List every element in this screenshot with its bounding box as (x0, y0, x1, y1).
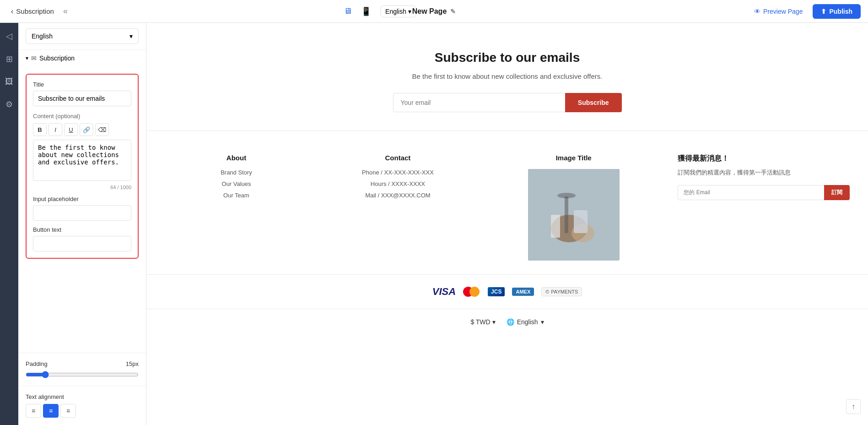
chevron-down-icon: ▾ (541, 318, 544, 326)
desktop-device-button[interactable]: 🖥 (342, 5, 354, 18)
chevron-down-icon: ▾ (26, 55, 28, 61)
subscribe-title: Subscribe to our emails (165, 50, 850, 65)
subscription-icon: ✉ (31, 54, 37, 62)
footer-contact-title: Contact (326, 154, 469, 162)
sidebar-back-icon[interactable]: ◁ (3, 28, 15, 44)
mastercard-icon (463, 286, 480, 297)
language-select[interactable]: English ▾ (380, 5, 416, 17)
chevron-down-icon: ▾ (129, 33, 133, 40)
newsletter-email-input[interactable] (678, 185, 824, 200)
footer-image-col: Image Title (488, 154, 660, 261)
language-dropdown[interactable]: English ▾ (26, 28, 139, 44)
left-panel: English ▾ ▾ ✉ Subscription Title Content… (18, 23, 146, 425)
padding-value: 15px (126, 360, 139, 367)
footer-mail-link[interactable]: Mail / XXX@XXXX.COM (365, 192, 431, 199)
footer-about-title: About (165, 154, 308, 162)
subscribe-section: Subscribe to our emails Be the first to … (146, 23, 868, 131)
subscription-nav-item[interactable]: ▾ ✉ Subscription (18, 50, 146, 66)
content-textarea[interactable]: Be the first to know about new collectio… (33, 140, 131, 181)
payments-label: PAYMENTS (551, 289, 578, 294)
email-input[interactable] (393, 93, 565, 112)
subscription-label: Subscription (39, 54, 75, 62)
link-button[interactable]: 🔗 (80, 123, 93, 136)
edit-icon[interactable]: ✎ (450, 8, 456, 15)
topbar-right: 👁 Preview Page ⬆ Publish (749, 4, 861, 19)
newsletter-subscribe-button[interactable]: 訂閱 (824, 185, 850, 200)
footer-language-label: English (517, 318, 538, 326)
svg-rect-3 (565, 196, 568, 233)
content-label: Content (optional) (33, 113, 131, 120)
title-label: Title (33, 81, 131, 88)
subscribe-button[interactable]: Subscribe (565, 93, 622, 112)
topbar: ‹ Subscription « 🖥 📱 English ▾ New Page … (0, 0, 868, 23)
back-label: Subscription (16, 7, 54, 15)
back-icon: ‹ (11, 7, 13, 16)
payment-section: VISA JCS AMEX © PAYMENTS (146, 275, 868, 309)
italic-button[interactable]: I (49, 123, 62, 136)
device-selector: 🖥 📱 (342, 5, 373, 18)
bold-button[interactable]: B (33, 123, 47, 136)
footer-our-values-link[interactable]: Our Values (221, 180, 251, 187)
subscribe-form: Subscribe (393, 93, 622, 112)
footer-brand-story-link[interactable]: Brand Story (221, 169, 252, 176)
main-layout: ◁ ⊞ 🖼 ⚙ English ▾ ▾ ✉ Subscription Title… (0, 23, 868, 425)
button-text-label: Button text (33, 226, 131, 233)
footer-language-selector[interactable]: 🌐 English ▾ (507, 318, 544, 326)
editor-section: Title Content (optional) B I U 🔗 ⌫ Be th… (26, 74, 139, 259)
button-text-field[interactable] (33, 236, 131, 251)
sidebar-media-icon[interactable]: 🖼 (2, 74, 16, 89)
language-dropdown-label: English (32, 33, 53, 40)
clear-button[interactable]: ⌫ (95, 123, 109, 136)
amex-icon: AMEX (512, 288, 534, 296)
sidebar-icons: ◁ ⊞ 🖼 ⚙ (0, 23, 18, 425)
text-alignment-label: Text alignment (26, 393, 139, 400)
title-input[interactable] (33, 91, 131, 106)
editor-panel: Title Content (optional) B I U 🔗 ⌫ Be th… (18, 66, 146, 353)
padding-slider-row (26, 371, 139, 378)
currency-label: $ TWD (470, 318, 490, 326)
footer-about-col: About Brand Story Our Values Our Team (165, 154, 308, 261)
formatting-toolbar: B I U 🔗 ⌫ (33, 123, 131, 136)
payments-icon: © (545, 289, 549, 294)
sidebar-layers-icon[interactable]: ⊞ (3, 51, 16, 67)
footer-hours-link[interactable]: Hours / XXXX-XXXX (371, 180, 425, 187)
padding-slider[interactable] (26, 371, 139, 378)
underline-button[interactable]: U (64, 123, 78, 136)
alignment-buttons: ≡ ≡ ≡ (26, 404, 139, 418)
footer-our-team-link[interactable]: Our Team (223, 192, 249, 199)
chevron-down-icon: ▾ (408, 8, 411, 15)
mc-orange-circle (469, 287, 480, 297)
svg-rect-5 (574, 210, 588, 233)
newsletter-title: 獲得最新消息！ (678, 154, 850, 163)
svg-rect-6 (551, 215, 560, 238)
align-left-button[interactable]: ≡ (26, 404, 41, 418)
footer-image (528, 169, 620, 261)
padding-section: Padding 15px (18, 353, 146, 386)
padding-label: Padding 15px (26, 360, 139, 367)
mobile-device-button[interactable]: 📱 (359, 5, 373, 18)
left-panel-header: English ▾ (18, 23, 146, 50)
svg-point-4 (557, 193, 576, 198)
footer-about-links: Brand Story Our Values Our Team (165, 169, 308, 199)
page-title: New Page ✎ (412, 7, 456, 16)
globe-icon: 🌐 (507, 318, 514, 326)
footer-phone-link[interactable]: Phone / XX-XXX-XXX-XXX (362, 169, 434, 176)
preview-icon: 👁 (754, 8, 760, 15)
footer-image-title: Image Title (488, 154, 660, 162)
align-right-button[interactable]: ≡ (60, 404, 76, 418)
preview-area: Subscribe to our emails Be the first to … (146, 23, 868, 425)
sidebar-settings-icon[interactable]: ⚙ (3, 97, 16, 112)
publish-button[interactable]: ⬆ Publish (813, 4, 861, 19)
char-count: 64 / 1000 (33, 185, 131, 190)
input-placeholder-label: Input placeholder (33, 196, 131, 202)
preview-button[interactable]: 👁 Preview Page (749, 5, 808, 18)
scroll-to-top-button[interactable]: ↑ (846, 399, 861, 414)
input-placeholder-field[interactable] (33, 205, 131, 221)
footer-newsletter-col: 獲得最新消息！ 訂閱我們的精選內容，獲得第一手活動訊息 訂閱 (678, 154, 850, 261)
align-center-button[interactable]: ≡ (43, 404, 59, 418)
currency-selector[interactable]: $ TWD ▾ (470, 318, 495, 326)
chevron-down-icon: ▾ (492, 318, 496, 326)
back-button[interactable]: ‹ Subscription (7, 5, 58, 17)
collapse-button[interactable]: « (61, 5, 70, 18)
footer-contact-links: Phone / XX-XXX-XXX-XXX Hours / XXXX-XXXX… (326, 169, 469, 199)
